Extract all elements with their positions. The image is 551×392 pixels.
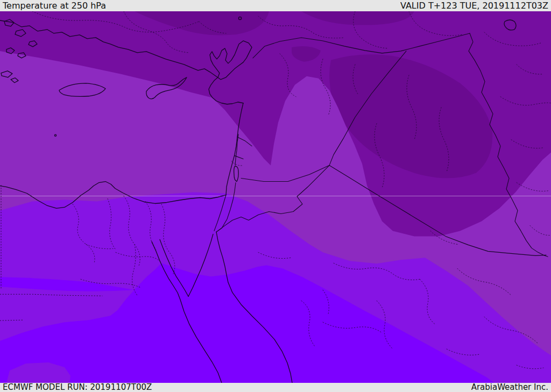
temperature-map-canvas	[0, 11, 551, 383]
weather-map	[0, 11, 551, 383]
footer-bar: ECMWF MODEL RUN: 20191107T00Z ArabiaWeat…	[0, 383, 551, 392]
temperature-bands	[0, 11, 551, 383]
brand-label: ArabiaWeather Inc.	[471, 383, 548, 391]
valid-time-label: VALID T+123 TUE, 20191112T03Z	[400, 2, 548, 10]
map-title: Temperature at 250 hPa	[3, 2, 106, 10]
model-run-label: ECMWF MODEL RUN: 20191107T00Z	[3, 383, 152, 391]
header-bar: Temperature at 250 hPa VALID T+123 TUE, …	[0, 0, 551, 11]
